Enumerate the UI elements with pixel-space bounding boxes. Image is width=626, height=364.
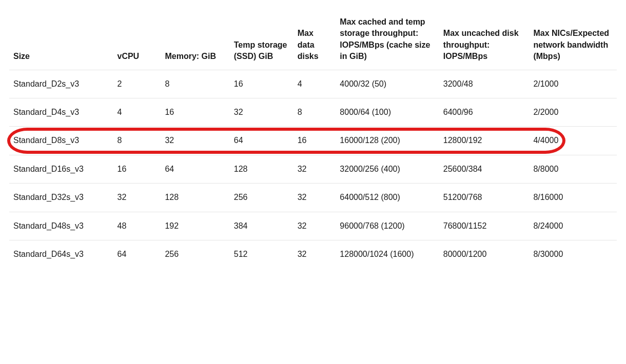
header-size: Size bbox=[9, 8, 113, 70]
table-row: Standard_D48s_v3481923843296000/768 (120… bbox=[9, 212, 617, 240]
cell-memory: 8 bbox=[161, 70, 229, 98]
cell-cached: 128000/1024 (1600) bbox=[336, 240, 439, 268]
cell-memory: 32 bbox=[161, 127, 229, 155]
cell-size: Standard_D64s_v3 bbox=[9, 240, 113, 268]
cell-cached: 4000/32 (50) bbox=[336, 70, 439, 98]
table-row: Standard_D4s_v34163288000/64 (100)6400/9… bbox=[9, 98, 617, 126]
cell-uncached: 51200/768 bbox=[439, 184, 530, 212]
cell-size: Standard_D8s_v3 bbox=[9, 127, 113, 155]
cell-uncached: 80000/1200 bbox=[439, 240, 530, 268]
header-cached: Max cached and temp storage throughput: … bbox=[336, 8, 439, 70]
cell-temp: 128 bbox=[230, 155, 294, 183]
cell-disks: 4 bbox=[294, 70, 336, 98]
cell-size: Standard_D16s_v3 bbox=[9, 155, 113, 183]
table-row: Standard_D2s_v3281644000/32 (50)3200/482… bbox=[9, 70, 617, 98]
cell-size: Standard_D2s_v3 bbox=[9, 70, 113, 98]
cell-temp: 64 bbox=[230, 127, 294, 155]
cell-nic: 8/24000 bbox=[529, 212, 617, 240]
cell-nic: 2/2000 bbox=[529, 98, 617, 126]
table-row: Standard_D64s_v36425651232128000/1024 (1… bbox=[9, 240, 617, 268]
vm-size-table: Size vCPU Memory: GiB Temp storage (SSD)… bbox=[9, 8, 617, 268]
cell-temp: 384 bbox=[230, 212, 294, 240]
table-row: Standard_D16s_v316641283232000/256 (400)… bbox=[9, 155, 617, 183]
cell-disks: 32 bbox=[294, 155, 336, 183]
cell-nic: 8/30000 bbox=[529, 240, 617, 268]
table-row: Standard_D32s_v3321282563264000/512 (800… bbox=[9, 184, 617, 212]
header-nic: Max NICs/Expected network bandwidth (Mbp… bbox=[529, 8, 617, 70]
cell-memory: 256 bbox=[161, 240, 229, 268]
cell-memory: 128 bbox=[161, 184, 229, 212]
cell-cached: 32000/256 (400) bbox=[336, 155, 439, 183]
cell-memory: 16 bbox=[161, 98, 229, 126]
cell-vcpu: 8 bbox=[113, 127, 161, 155]
cell-vcpu: 4 bbox=[113, 98, 161, 126]
cell-uncached: 3200/48 bbox=[439, 70, 530, 98]
table-header-row: Size vCPU Memory: GiB Temp storage (SSD)… bbox=[9, 8, 617, 70]
cell-memory: 192 bbox=[161, 212, 229, 240]
cell-disks: 16 bbox=[294, 127, 336, 155]
cell-nic: 8/16000 bbox=[529, 184, 617, 212]
cell-cached: 16000/128 (200) bbox=[336, 127, 439, 155]
cell-vcpu: 16 bbox=[113, 155, 161, 183]
cell-nic: 2/1000 bbox=[529, 70, 617, 98]
cell-uncached: 12800/192 bbox=[439, 127, 530, 155]
cell-uncached: 25600/384 bbox=[439, 155, 530, 183]
header-vcpu: vCPU bbox=[113, 8, 161, 70]
cell-vcpu: 64 bbox=[113, 240, 161, 268]
cell-uncached: 76800/1152 bbox=[439, 212, 530, 240]
cell-disks: 32 bbox=[294, 240, 336, 268]
cell-vcpu: 48 bbox=[113, 212, 161, 240]
header-disks: Max data disks bbox=[294, 8, 336, 70]
header-memory: Memory: GiB bbox=[161, 8, 229, 70]
cell-nic: 4/4000 bbox=[529, 127, 617, 155]
cell-temp: 32 bbox=[230, 98, 294, 126]
header-uncached: Max uncached disk throughput: IOPS/MBps bbox=[439, 8, 530, 70]
cell-temp: 16 bbox=[230, 70, 294, 98]
cell-size: Standard_D32s_v3 bbox=[9, 184, 113, 212]
cell-vcpu: 32 bbox=[113, 184, 161, 212]
cell-cached: 96000/768 (1200) bbox=[336, 212, 439, 240]
cell-disks: 8 bbox=[294, 98, 336, 126]
cell-size: Standard_D4s_v3 bbox=[9, 98, 113, 126]
cell-uncached: 6400/96 bbox=[439, 98, 530, 126]
cell-temp: 256 bbox=[230, 184, 294, 212]
cell-size: Standard_D48s_v3 bbox=[9, 212, 113, 240]
cell-vcpu: 2 bbox=[113, 70, 161, 98]
cell-disks: 32 bbox=[294, 184, 336, 212]
cell-memory: 64 bbox=[161, 155, 229, 183]
cell-disks: 32 bbox=[294, 212, 336, 240]
header-temp: Temp storage (SSD) GiB bbox=[230, 8, 294, 70]
cell-nic: 8/8000 bbox=[529, 155, 617, 183]
cell-temp: 512 bbox=[230, 240, 294, 268]
table-row: Standard_D8s_v3832641616000/128 (200)128… bbox=[9, 127, 617, 155]
cell-cached: 8000/64 (100) bbox=[336, 98, 439, 126]
cell-cached: 64000/512 (800) bbox=[336, 184, 439, 212]
